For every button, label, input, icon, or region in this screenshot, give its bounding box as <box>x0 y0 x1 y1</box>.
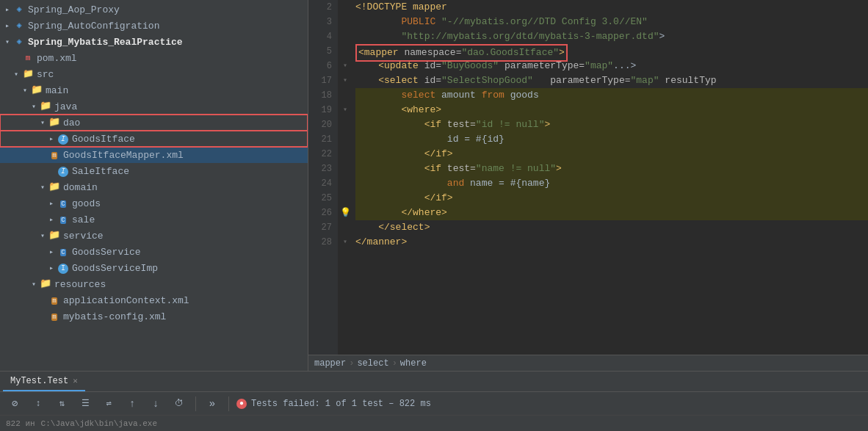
folder-icon: 📁 <box>40 101 51 112</box>
arrow-icon <box>38 118 47 127</box>
arrow-icon <box>47 215 56 224</box>
sidebar-item-domain[interactable]: 📁 domain <box>0 179 308 195</box>
pom-icon: m <box>22 52 34 64</box>
sidebar-item-dao[interactable]: 📁 dao <box>0 115 308 131</box>
folder-icon: 📁 <box>31 84 43 96</box>
code-line-17: <select id="SelectShopGood" parameterTyp… <box>355 73 868 88</box>
code-line-3: PUBLIC "-//mybatis.org//DTD Config 3.0//… <box>355 15 868 29</box>
sidebar: ◈ Spring_Aop_Proxy ◈ Spring_AutoConfigra… <box>0 0 308 371</box>
arrow-icon <box>3 5 12 14</box>
sidebar-item-goodsserviceimp[interactable]: I GoodsServiceImp <box>0 260 308 276</box>
interface-icon: I <box>57 165 69 177</box>
xml-icon: m <box>48 149 60 161</box>
breadcrumb-select: select <box>357 358 388 369</box>
scroll-down-button[interactable]: ↓ <box>147 395 164 413</box>
code-line-22: </if> <box>355 147 868 162</box>
sidebar-item-label: Spring_Mybatis_RealPractice <box>28 37 183 48</box>
sidebar-item-service[interactable]: 📁 service <box>0 228 308 244</box>
status-path: C:\Java\jdk\bin\java.exe <box>41 419 157 428</box>
sidebar-item-label: GoodsItfaceMapper.xml <box>63 150 184 161</box>
arrow-icon <box>47 134 56 143</box>
sidebar-item-label: mybatis-config.xml <box>63 311 166 322</box>
sidebar-item-label: pom.xml <box>37 53 77 64</box>
sidebar-item-src[interactable]: 📁 src <box>0 66 308 82</box>
sidebar-item-label: Spring_Aop_Proxy <box>28 4 120 15</box>
more-button[interactable]: » <box>203 395 221 413</box>
code-line-4: "http://mybatis.org/dtd/mybatis-3-mapper… <box>355 29 868 44</box>
sidebar-item-label: dao <box>63 117 80 128</box>
code-line-20: <if test="id != null"> <box>355 117 868 132</box>
sidebar-item-label: service <box>63 231 104 242</box>
scroll-up-button[interactable]: ↑ <box>123 395 141 413</box>
main-area: ◈ Spring_Aop_Proxy ◈ Spring_AutoConfigra… <box>0 0 868 371</box>
sidebar-item-spring-aop-proxy[interactable]: ◈ Spring_Aop_Proxy <box>0 1 308 18</box>
code-area[interactable]: <!DOCTYPE mapper PUBLIC "-//mybatis.org/… <box>352 0 868 355</box>
timer-button[interactable]: ⏱ <box>170 395 188 413</box>
arrow-icon <box>47 264 56 272</box>
sidebar-item-spring-mybatis[interactable]: ◈ Spring_Mybatis_RealPractice <box>0 34 308 50</box>
xml-icon: m <box>48 294 60 306</box>
arrow-icon <box>21 86 29 95</box>
arrow-icon <box>12 70 21 79</box>
code-line-25: </if> <box>355 191 868 206</box>
sidebar-item-label: applicationContext.xml <box>63 295 189 306</box>
code-line-24: and name = #{name} <box>355 176 868 191</box>
sidebar-item-saleitface[interactable]: I SaleItface <box>0 163 308 179</box>
sort-down-button[interactable]: ⇅ <box>53 395 70 413</box>
folder-icon: 📁 <box>48 117 60 128</box>
sidebar-item-goods[interactable]: C goods <box>0 195 308 211</box>
code-line-19: <where> <box>355 103 868 117</box>
sidebar-item-pom[interactable]: m pom.xml <box>0 50 308 66</box>
test-fail-icon: ● <box>236 399 247 409</box>
stop-button[interactable]: ⊘ <box>6 395 23 413</box>
arrow-icon <box>47 247 56 256</box>
sidebar-item-label: sale <box>72 214 95 225</box>
interface-icon: I <box>57 133 69 145</box>
sidebar-item-goodsservice[interactable]: C GoodsService <box>0 244 308 260</box>
sidebar-item-label: GoodsItface <box>72 134 135 145</box>
code-line-27: </select> <box>355 220 868 235</box>
code-line-2: <!DOCTYPE mapper <box>355 0 868 15</box>
bottom-tab-bar: MyTest.Test ✕ <box>0 371 868 391</box>
sidebar-item-java[interactable]: 📁 java <box>0 98 308 115</box>
breadcrumb-bar: mapper › select › where <box>308 355 868 371</box>
sidebar-item-resources[interactable]: 📁 resources <box>0 276 308 292</box>
arrow-icon <box>29 280 38 289</box>
arrow-icon <box>38 183 47 192</box>
sidebar-item-goodsitface[interactable]: I GoodsItface <box>0 131 308 147</box>
src-icon: 📁 <box>22 68 34 80</box>
class-icon: C <box>57 198 69 209</box>
sidebar-item-applicationcontext[interactable]: m applicationContext.xml <box>0 292 308 308</box>
sidebar-item-goodsitfacemapper[interactable]: m GoodsItfaceMapper.xml <box>0 147 308 163</box>
arrow-icon <box>47 199 56 208</box>
project-icon: ◈ <box>13 20 25 32</box>
sidebar-item-sale[interactable]: C sale <box>0 211 308 228</box>
arrow-icon <box>29 102 38 111</box>
folder-icon: 📁 <box>48 181 60 193</box>
toolbar-separator-2 <box>228 396 229 411</box>
bottom-tab-mytest[interactable]: MyTest.Test ✕ <box>3 372 85 391</box>
code-line-18: select amount from goods <box>355 88 868 103</box>
menu-lines-button[interactable]: ☰ <box>76 395 94 413</box>
project-icon: ◈ <box>13 4 25 15</box>
sidebar-item-mybatisconfig[interactable]: m mybatis-config.xml <box>0 308 308 325</box>
xml-icon: m <box>48 311 60 322</box>
arrow-icon <box>3 21 12 30</box>
arrow-icon <box>3 37 12 46</box>
editor: 2 3 4 5 6 17 18 19 20 21 22 23 24 25 26 … <box>308 0 868 371</box>
editor-content: 2 3 4 5 6 17 18 19 20 21 22 23 24 25 26 … <box>308 0 868 355</box>
interface-icon: C <box>57 246 69 258</box>
sort-up-button[interactable]: ↕ <box>29 395 47 413</box>
sidebar-item-label: resources <box>54 279 106 290</box>
sidebar-item-main[interactable]: 📁 main <box>0 82 308 98</box>
close-tab-icon[interactable]: ✕ <box>73 376 78 385</box>
sidebar-item-label: GoodsService <box>72 247 141 258</box>
sidebar-item-label: main <box>46 85 68 96</box>
sidebar-item-label: src <box>37 69 54 80</box>
breadcrumb-where: where <box>400 358 427 369</box>
sidebar-item-label: domain <box>63 182 98 193</box>
diff-button[interactable]: ⇌ <box>100 395 117 413</box>
sidebar-item-spring-autoconfig[interactable]: ◈ Spring_AutoConfigration <box>0 18 308 34</box>
class-icon: C <box>57 214 69 225</box>
project-icon: ◈ <box>13 36 25 48</box>
